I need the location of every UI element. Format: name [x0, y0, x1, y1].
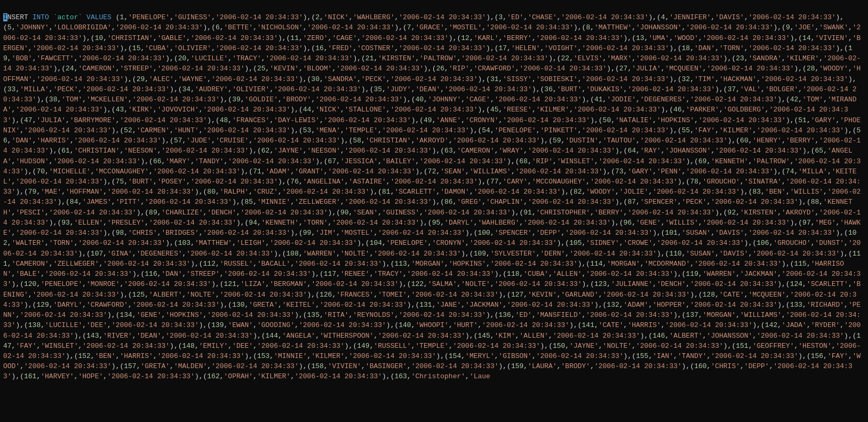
sql-content: INSERT INTO `actor` VALUES (1,'PENELOPE'… [3, 13, 861, 380]
sql-terminal: INSERT INTO `actor` VALUES (1,'PENELOPE'… [0, 0, 868, 422]
